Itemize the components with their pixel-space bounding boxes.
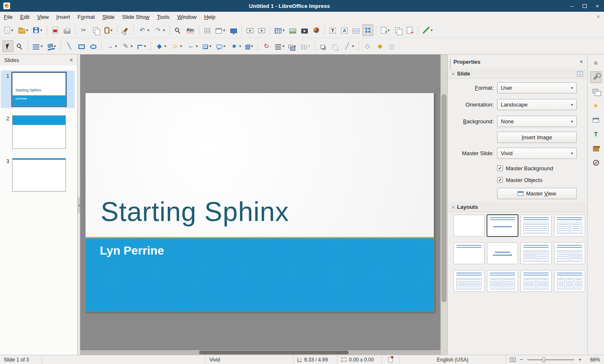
layout-title-content-over-content[interactable] [453, 270, 484, 292]
properties-tab[interactable] [590, 71, 602, 83]
close-button[interactable]: × [594, 3, 601, 9]
new-document-button[interactable]: ▾ [3, 24, 16, 36]
dropdown-arrow-icon[interactable]: ▾ [40, 28, 42, 32]
insert-line-button[interactable]: ╲ [63, 40, 75, 52]
zoom-level-text[interactable]: 66% [586, 357, 600, 363]
document-close-button[interactable]: × [596, 13, 600, 20]
layout-title-2content-over-content[interactable] [487, 270, 518, 292]
sidebar-settings[interactable]: ≡ [590, 57, 602, 69]
zoom-slider[interactable] [527, 359, 574, 360]
fit-slide-icon[interactable] [510, 358, 515, 362]
ellipse-button[interactable] [88, 40, 99, 52]
dropdown-arrow-icon[interactable]: ▾ [111, 28, 113, 32]
distribute-selection-button[interactable]: ▾ [299, 40, 312, 52]
3d-objects-button[interactable]: ▾ [244, 40, 255, 52]
fill-color-button[interactable]: ▾ [46, 40, 58, 52]
dropdown-arrow-icon[interactable]: ▾ [431, 28, 433, 32]
dropdown-arrow-icon[interactable]: ▾ [164, 44, 167, 48]
start-from-first-slide-button[interactable] [245, 24, 255, 36]
insert-table-button[interactable]: ▾ [273, 24, 287, 36]
menu-slide-show[interactable]: Slide Show [118, 12, 153, 23]
dropdown-arrow-icon[interactable]: ▾ [11, 28, 13, 32]
dropdown-arrow-icon[interactable]: ▾ [196, 44, 198, 48]
orientation-select[interactable]: Landscape ▾ [497, 99, 577, 110]
menu-edit[interactable]: Edit [16, 12, 33, 23]
menu-window[interactable]: Window [173, 12, 200, 23]
dropdown-arrow-icon[interactable]: ▾ [239, 44, 241, 48]
zoom-out-button[interactable]: − [519, 356, 524, 363]
menu-help[interactable]: Help [200, 12, 219, 23]
cut-button[interactable]: ✂ [78, 24, 90, 36]
new-slide-button[interactable]: ▾ [379, 24, 392, 36]
gallery-tab[interactable] [590, 143, 602, 154]
paste-button[interactable]: ▾ [102, 24, 115, 36]
save-status-indicator[interactable] [382, 355, 399, 364]
dropdown-arrow-icon[interactable]: ▾ [251, 44, 253, 48]
menu-view[interactable]: View [33, 12, 52, 23]
dropdown-arrow-icon[interactable]: ▾ [283, 28, 285, 32]
header-and-footer-button[interactable] [351, 24, 362, 36]
open-button[interactable]: ▾ [16, 24, 31, 36]
vertical-scrollbar[interactable] [440, 55, 447, 355]
dropdown-arrow-icon[interactable]: ▾ [115, 44, 117, 48]
layout-title-4content[interactable] [521, 270, 552, 292]
dropdown-arrow-icon[interactable]: ▾ [209, 44, 211, 48]
layout-title-two-content[interactable] [554, 215, 585, 237]
menu-tools[interactable]: Tools [153, 12, 173, 23]
dropdown-arrow-icon[interactable]: ▾ [282, 44, 284, 48]
transformations-button[interactable]: ╱▾ [341, 40, 356, 52]
section-layouts-header[interactable]: ∧ Layouts [448, 202, 587, 212]
layout-title-slide[interactable] [487, 215, 518, 237]
dropdown-arrow-icon[interactable]: ▾ [180, 44, 182, 48]
dropdown-arrow-icon[interactable]: ▾ [41, 44, 43, 48]
undo-button[interactable]: ↶▾ [136, 24, 151, 36]
block-arrows-button[interactable]: ⇔▾ [185, 40, 200, 52]
slide-thumbnail[interactable] [12, 115, 66, 149]
save-button[interactable]: ▾ [31, 24, 44, 36]
redo-button[interactable]: ↷▾ [152, 24, 167, 36]
insert-image-button[interactable]: Insert Image [497, 132, 577, 143]
zoom-slider-thumb[interactable] [542, 357, 545, 362]
insert-audio-video-button[interactable] [299, 24, 310, 36]
styles-tab[interactable]: T [590, 128, 602, 140]
crop-button[interactable] [329, 40, 340, 52]
display-views-button[interactable] [362, 24, 373, 36]
toggle-extrusion-button[interactable] [387, 40, 398, 52]
slide-transition-tab[interactable] [590, 86, 602, 97]
horizontal-scrollbar[interactable] [80, 350, 440, 355]
menu-file[interactable]: File [0, 12, 16, 23]
align-objects-button[interactable]: ▾ [273, 40, 286, 52]
master-slide-button[interactable] [228, 24, 239, 36]
menu-slide[interactable]: Slide [99, 12, 118, 23]
start-from-current-slide-button[interactable] [256, 24, 267, 36]
layout-title-6content[interactable] [554, 270, 585, 292]
insert-chart-button[interactable] [311, 24, 322, 36]
export-as-pdf-button[interactable] [50, 24, 61, 36]
dropdown-arrow-icon[interactable]: ▾ [224, 44, 226, 48]
properties-close-button[interactable]: × [580, 58, 583, 65]
find-and-replace-button[interactable] [172, 24, 183, 36]
slide-canvas[interactable]: Starting Sphinx Lyn Perrine [85, 93, 434, 312]
layout-title-only[interactable] [453, 242, 484, 264]
dropdown-arrow-icon[interactable]: ▾ [131, 44, 133, 48]
layout-title-2content-content[interactable] [521, 242, 552, 264]
slide-properties-more-icon[interactable] [577, 71, 583, 76]
navigator-tab[interactable] [590, 157, 602, 169]
rectangle-button[interactable] [76, 40, 87, 52]
shadow-button[interactable] [318, 40, 328, 52]
clone-formatting-button[interactable] [120, 24, 131, 36]
language-indicator[interactable]: English (USA) [399, 355, 506, 364]
dropdown-arrow-icon[interactable]: ▾ [163, 28, 165, 32]
insert-fontwork-button[interactable]: A [339, 24, 350, 36]
zoom-and-pan-button[interactable] [14, 40, 25, 52]
menu-insert[interactable]: Insert [52, 12, 74, 23]
dropdown-arrow-icon[interactable]: ▾ [144, 44, 146, 48]
layout-title-content-2content[interactable] [554, 242, 585, 264]
arrange-button[interactable]: ▾ [287, 40, 298, 52]
callout-shapes-button[interactable]: ▾ [214, 40, 228, 52]
master-background-checkbox[interactable]: ✓ Master Background [497, 164, 553, 172]
animation-tab[interactable]: ★ [590, 100, 602, 112]
horizontal-scrollbar-thumb[interactable] [199, 351, 349, 354]
select-button[interactable] [3, 40, 13, 52]
lines-and-arrows-button[interactable]: →▾ [104, 40, 119, 52]
